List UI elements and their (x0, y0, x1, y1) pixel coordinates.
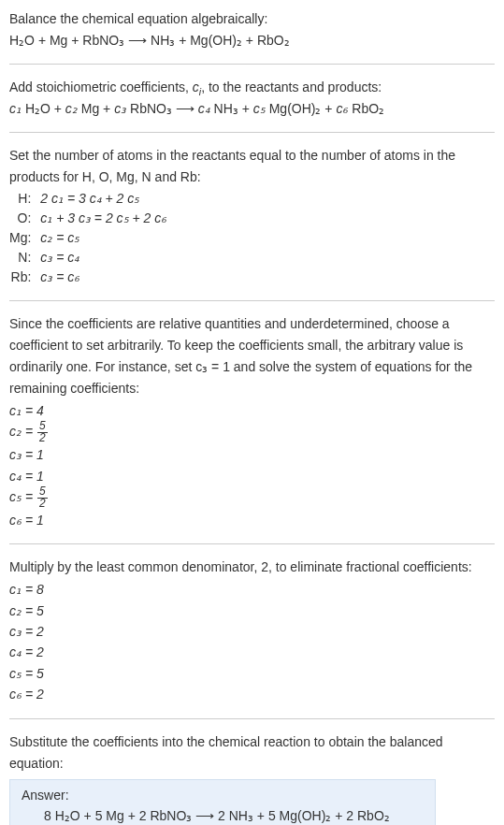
stoich-intro: Add stoichiometric coefficients, ci, to … (9, 78, 495, 97)
c2-lhs: c₂ = (9, 425, 36, 440)
mult-c2: c₂ = 5 (9, 601, 495, 621)
stoich-intro-a: Add stoichiometric coefficients, (9, 80, 193, 94)
coef-c3: c₃ (114, 101, 126, 116)
atoms-row: Mg: c₂ = c₅ (9, 228, 166, 248)
solve-c6: c₆ = 1 (9, 510, 495, 530)
answer-label: Answer: (22, 788, 424, 803)
c5-lhs: c₅ = (9, 489, 36, 504)
coef-c5: c₅ (253, 101, 266, 116)
solve-c3: c₃ = 1 (9, 444, 495, 465)
frac-den: 2 (37, 499, 48, 510)
term-rbo2: RbO₂ (348, 101, 384, 116)
subst-section: Substitute the coefficients into the che… (9, 732, 495, 825)
answer-equation: 8 H₂O + 5 Mg + 2 RbNO₃ ⟶ 2 NH₃ + 5 Mg(OH… (22, 808, 424, 823)
atom-label: Mg: (9, 228, 40, 248)
subst-line1: Substitute the coefficients into the che… (9, 732, 495, 752)
solve-para1: Since the coefficients are relative quan… (9, 314, 495, 334)
atom-label: Rb: (9, 268, 40, 287)
fraction: 52 (37, 421, 48, 444)
atoms-section: Set the number of atoms in the reactants… (9, 146, 495, 287)
atoms-intro1: Set the number of atoms in the reactants… (9, 146, 495, 166)
solve-c4: c₄ = 1 (9, 466, 495, 486)
atoms-table: H: 2 c₁ = 3 c₄ + 2 c₅ O: c₁ + 3 c₃ = 2 c… (9, 189, 166, 287)
coef-c2: c₂ (65, 101, 78, 116)
divider (9, 132, 495, 133)
atom-equation: 2 c₁ = 3 c₄ + 2 c₅ (40, 189, 166, 209)
stoich-intro-b: , to the reactants and products: (201, 80, 382, 94)
coef-c4: c₄ (198, 101, 210, 116)
solve-c5: c₅ = 52 (9, 486, 495, 510)
mult-c4: c₄ = 2 (9, 642, 495, 662)
mult-c3: c₃ = 2 (9, 621, 495, 642)
solve-c1: c₁ = 4 (9, 400, 495, 421)
answer-box: Answer: 8 H₂O + 5 Mg + 2 RbNO₃ ⟶ 2 NH₃ +… (9, 779, 436, 825)
intro-equation: H₂O + Mg + RbNO₃ ⟶ NH₃ + Mg(OH)₂ + RbO₂ (9, 31, 495, 51)
solve-section: Since the coefficients are relative quan… (9, 314, 495, 530)
divider (9, 718, 495, 719)
divider (9, 300, 495, 301)
coef-c1: c₁ (9, 101, 22, 116)
solve-para2: coefficient to set arbitrarily. To keep … (9, 336, 495, 355)
solve-para3: ordinarily one. For instance, set c₃ = 1… (9, 357, 495, 377)
atom-label: H: (9, 189, 40, 209)
atom-equation: c₃ = c₄ (40, 248, 166, 268)
coef-c6: c₆ (336, 101, 348, 116)
intro-line1: Balance the chemical equation algebraica… (9, 9, 495, 29)
term-mgoh2: Mg(OH)₂ + (266, 101, 337, 116)
solve-para4: remaining coefficients: (9, 379, 495, 398)
stoich-c: c (193, 80, 199, 94)
atoms-row: Rb: c₃ = c₆ (9, 268, 166, 287)
atoms-row: O: c₁ + 3 c₃ = 2 c₅ + 2 c₆ (9, 209, 166, 228)
term-rbno3: RbNO₃ ⟶ (126, 101, 198, 116)
atoms-row: N: c₃ = c₄ (9, 248, 166, 268)
term-nh3: NH₃ + (210, 101, 253, 116)
fraction: 52 (37, 486, 48, 510)
atoms-intro2: products for H, O, Mg, N and Rb: (9, 167, 495, 187)
term-mg: Mg + (78, 101, 114, 116)
mult-c5: c₅ = 5 (9, 663, 495, 684)
atom-equation: c₂ = c₅ (40, 228, 166, 248)
atom-equation: c₁ + 3 c₃ = 2 c₅ + 2 c₆ (40, 209, 166, 228)
term-h2o: H₂O + (22, 101, 65, 116)
atom-equation: c₃ = c₆ (40, 268, 166, 287)
atoms-row: H: 2 c₁ = 3 c₄ + 2 c₅ (9, 189, 166, 209)
subst-line2: equation: (9, 754, 495, 774)
mult-c6: c₆ = 2 (9, 684, 495, 704)
intro-section: Balance the chemical equation algebraica… (9, 9, 495, 51)
stoich-equation: c₁ H₂O + c₂ Mg + c₃ RbNO₃ ⟶ c₄ NH₃ + c₅ … (9, 99, 495, 119)
frac-den: 2 (37, 433, 48, 444)
atom-label: N: (9, 248, 40, 268)
divider (9, 64, 495, 65)
atom-label: O: (9, 209, 40, 228)
mult-intro: Multiply by the least common denominator… (9, 557, 495, 577)
stoich-section: Add stoichiometric coefficients, ci, to … (9, 78, 495, 119)
mult-c1: c₁ = 8 (9, 579, 495, 600)
divider (9, 543, 495, 544)
solve-c2: c₂ = 52 (9, 421, 495, 444)
mult-section: Multiply by the least common denominator… (9, 557, 495, 704)
